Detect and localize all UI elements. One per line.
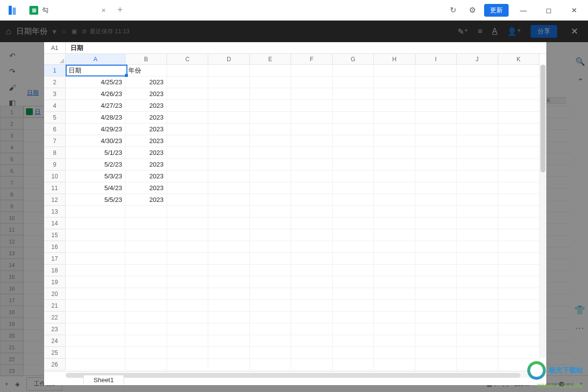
cell[interactable] — [291, 100, 332, 112]
cell[interactable]: 5/5/23 — [66, 194, 125, 206]
cell[interactable] — [250, 323, 291, 335]
cell[interactable] — [416, 276, 457, 288]
cell[interactable]: 5/1/23 — [66, 147, 125, 159]
cell[interactable] — [291, 323, 332, 335]
cell[interactable] — [167, 253, 208, 265]
row-header[interactable]: 26 — [44, 359, 66, 370]
col-header-I[interactable]: I — [416, 54, 457, 65]
cell[interactable] — [125, 276, 167, 288]
document-tab[interactable]: ▦ 勾 × — [24, 0, 111, 21]
cell[interactable] — [457, 194, 498, 206]
cell[interactable] — [167, 347, 208, 359]
cell[interactable] — [250, 206, 291, 218]
cell[interactable] — [498, 276, 539, 288]
cell[interactable] — [498, 182, 539, 194]
cell[interactable] — [333, 135, 374, 147]
cell[interactable] — [208, 300, 249, 312]
cell[interactable] — [374, 171, 415, 182]
cell[interactable] — [416, 359, 457, 370]
cell[interactable] — [167, 76, 208, 88]
cell[interactable] — [416, 300, 457, 312]
cell[interactable] — [208, 229, 249, 241]
cell[interactable] — [250, 159, 291, 171]
cell[interactable] — [125, 288, 167, 300]
cell[interactable] — [291, 276, 332, 288]
cell[interactable] — [457, 135, 498, 147]
cell[interactable] — [374, 112, 415, 123]
row-header[interactable]: 17 — [44, 253, 66, 265]
cell[interactable] — [374, 159, 415, 171]
cell[interactable] — [208, 112, 249, 123]
cell[interactable] — [208, 147, 249, 159]
cell[interactable] — [291, 88, 332, 100]
cell[interactable] — [250, 265, 291, 276]
cell[interactable] — [374, 135, 415, 147]
cell[interactable] — [374, 300, 415, 312]
cell[interactable] — [250, 112, 291, 123]
cell[interactable]: 4/26/23 — [66, 88, 125, 100]
cell[interactable] — [250, 300, 291, 312]
cell[interactable] — [457, 123, 498, 135]
cell[interactable]: 2023 — [125, 112, 167, 123]
cell[interactable] — [66, 229, 125, 241]
cell[interactable] — [416, 312, 457, 323]
cell[interactable] — [374, 123, 415, 135]
cell[interactable] — [498, 76, 539, 88]
sheet-tab[interactable]: Sheet1 — [83, 375, 124, 385]
cell[interactable] — [374, 312, 415, 323]
cell[interactable] — [374, 288, 415, 300]
cell[interactable] — [125, 359, 167, 370]
cell[interactable] — [457, 229, 498, 241]
update-button[interactable]: 更新 — [484, 4, 509, 17]
row-header[interactable]: 2 — [44, 76, 66, 88]
cell[interactable] — [457, 218, 498, 229]
cell[interactable] — [498, 206, 539, 218]
cell[interactable] — [498, 241, 539, 253]
cell[interactable] — [333, 300, 374, 312]
cell[interactable] — [66, 206, 125, 218]
cell[interactable] — [457, 76, 498, 88]
cell[interactable] — [457, 335, 498, 347]
cell[interactable] — [167, 229, 208, 241]
cell[interactable] — [457, 112, 498, 123]
cell[interactable] — [498, 347, 539, 359]
cell[interactable] — [208, 312, 249, 323]
cell[interactable] — [250, 88, 291, 100]
cell[interactable] — [416, 206, 457, 218]
cell[interactable] — [167, 135, 208, 147]
cell[interactable] — [374, 335, 415, 347]
cell[interactable] — [457, 347, 498, 359]
close-window-button[interactable]: ✕ — [564, 2, 585, 18]
row-header[interactable]: 22 — [44, 312, 66, 323]
cell[interactable] — [457, 359, 498, 370]
cell[interactable] — [416, 65, 457, 76]
cell[interactable] — [333, 100, 374, 112]
cell[interactable] — [250, 288, 291, 300]
cell[interactable] — [167, 359, 208, 370]
cell[interactable] — [333, 206, 374, 218]
cell[interactable] — [333, 123, 374, 135]
cell[interactable] — [125, 206, 167, 218]
cell[interactable] — [66, 276, 125, 288]
cell[interactable] — [416, 265, 457, 276]
cell[interactable] — [291, 182, 332, 194]
cell[interactable] — [457, 206, 498, 218]
cell[interactable] — [250, 182, 291, 194]
cell[interactable] — [66, 335, 125, 347]
cell[interactable] — [374, 65, 415, 76]
cell[interactable] — [66, 288, 125, 300]
cell[interactable] — [208, 182, 249, 194]
cell[interactable] — [208, 88, 249, 100]
cell[interactable] — [291, 218, 332, 229]
cell[interactable] — [333, 159, 374, 171]
cell[interactable] — [333, 323, 374, 335]
maximize-button[interactable]: ◻ — [538, 2, 560, 18]
cell[interactable] — [208, 123, 249, 135]
cell[interactable] — [498, 171, 539, 182]
cell[interactable] — [208, 100, 249, 112]
cell[interactable] — [125, 241, 167, 253]
cell[interactable] — [498, 194, 539, 206]
cell[interactable] — [208, 241, 249, 253]
cell[interactable] — [291, 335, 332, 347]
cell[interactable] — [374, 253, 415, 265]
